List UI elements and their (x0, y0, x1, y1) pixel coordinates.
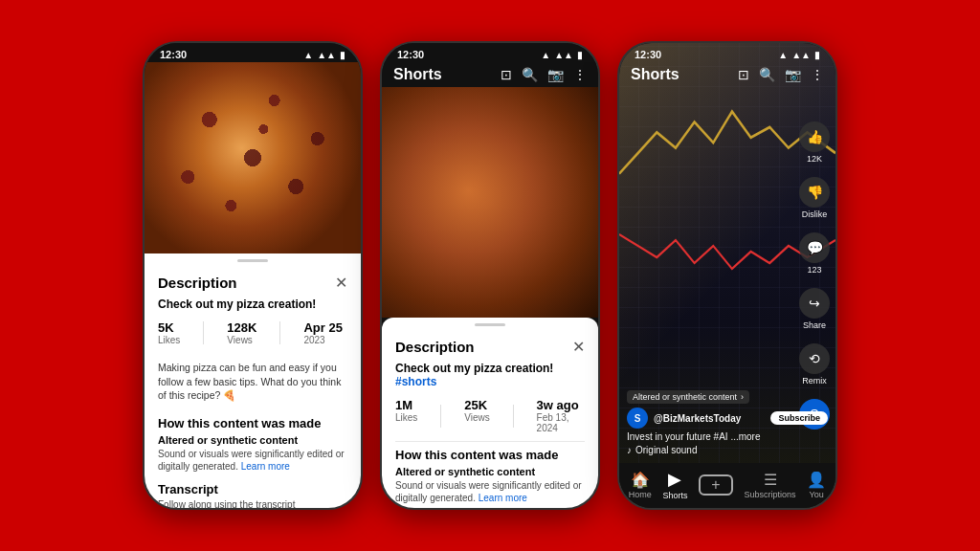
status-time-3: 12:30 (635, 49, 661, 60)
close-button-2[interactable]: ✕ (572, 338, 585, 356)
synthetic-badge-3[interactable]: Altered or synthetic content › (627, 390, 749, 404)
shorts-title-3: Shorts (631, 66, 679, 83)
status-icons-2: ▲ ▲▲ ▮ (541, 50, 583, 60)
channel-row-3: S @BizMarketsToday Subscribe (627, 408, 828, 429)
hashtag-2[interactable]: #shorts (395, 375, 436, 388)
top-bar-3: Shorts ⊡ 🔍 📷 ⋮ (619, 62, 835, 87)
top-bar-icons-2: ⊡ 🔍 📷 ⋮ (501, 67, 587, 82)
nav-shorts[interactable]: ▶ Shorts (662, 469, 687, 500)
stat-label-views-1: Views (227, 335, 253, 345)
desc-subtitle-1: Check out my pizza creation! (145, 296, 361, 317)
status-bar-3: 12:30 ▲ ▲▲ ▮ (619, 43, 835, 62)
altered-text-2: Sound or visuals were significantly edit… (382, 479, 598, 508)
music-note-icon: ♪ (627, 445, 632, 455)
nav-you-label: You (810, 490, 824, 499)
cast-icon-2[interactable]: ⊡ (501, 67, 512, 82)
shorts-title-2: Shorts (393, 66, 442, 83)
status-icons-1: ▲ ▲▲ ▮ (303, 50, 345, 60)
phone-3: 12:30 ▲ ▲▲ ▮ Shorts ⊡ 🔍 📷 ⋮ 👍 12K (617, 41, 837, 510)
description-panel-1: Description ✕ Check out my pizza creatio… (145, 253, 361, 508)
camera-icon-3[interactable]: 📷 (785, 67, 801, 82)
drag-handle-2[interactable] (475, 323, 505, 326)
stat-value-views-1: 128K (227, 320, 256, 335)
battery-icon-2: ▮ (577, 50, 583, 60)
pizza-toppings-1 (145, 62, 361, 253)
create-icon: + (699, 474, 733, 496)
cast-icon-3[interactable]: ⊡ (738, 67, 749, 82)
signal-icon-3: ▲▲ (791, 50, 811, 60)
stat-value-views-2: 25K (464, 398, 487, 412)
wifi-icon-3: ▲ (778, 50, 788, 60)
video-desc-3: Invest in your future #AI ...more (627, 431, 828, 442)
stat-date-1: Apr 25 2023 (303, 320, 342, 345)
status-bar-2: 12:30 ▲ ▲▲ ▮ (382, 43, 598, 62)
nav-home-label: Home (629, 490, 652, 499)
stat-likes-2: 1M Likes (395, 398, 417, 433)
status-bar-1: 12:30 ▲ ▲▲ ▮ (145, 43, 361, 62)
battery-icon-3: ▮ (814, 50, 820, 60)
home-icon: 🏠 (631, 471, 650, 489)
content-made-title-1: How this content was made (145, 410, 361, 432)
bottom-nav-3: 🏠 Home ▶ Shorts + ☰ Subscriptions 👤 You (619, 463, 835, 508)
nav-subs-label: Subscriptions (745, 490, 796, 499)
content-made-title-2: How this content was made (382, 442, 598, 464)
altered-title-2: Altered or synthetic content (382, 464, 598, 479)
music-row-3: ♪ Original sound (627, 445, 828, 455)
bottom-info-overlay: Altered or synthetic content › S @BizMar… (619, 383, 835, 463)
stat-label-views-2: Views (464, 412, 490, 423)
nav-you[interactable]: 👤 You (807, 471, 826, 499)
you-icon: 👤 (807, 471, 826, 489)
altered-title-1: Altered or synthetic content (145, 432, 361, 448)
stat-sep-1a (203, 321, 204, 344)
stat-value-date-2: 3w ago (537, 398, 579, 412)
stat-sep-1b (279, 321, 280, 344)
desc-text-1: Making pizza can be fun and easy if you … (145, 353, 361, 410)
learn-more-link-1[interactable]: Learn more (241, 461, 290, 472)
stat-likes-1: 5K Likes (158, 320, 180, 345)
desc-title-2: Description (395, 339, 475, 355)
phone2-content: Description ✕ Check out my pizza creatio… (382, 87, 598, 508)
more-icon-2[interactable]: ⋮ (573, 67, 587, 82)
phone-2: 12:30 ▲ ▲▲ ▮ Shorts ⊡ 🔍 📷 ⋮ Description … (380, 41, 600, 510)
desc-header-2: Description ✕ (382, 330, 598, 360)
music-label-3: Original sound (635, 445, 697, 455)
status-time-1: 12:30 (160, 49, 187, 60)
phone3-overlay: Altered or synthetic content › S @BizMar… (619, 43, 835, 508)
top-bar-2: Shorts ⊡ 🔍 📷 ⋮ (382, 62, 598, 87)
drag-handle-1[interactable] (237, 259, 268, 262)
pizza-image-2 (382, 87, 598, 318)
stat-label-date-2: Feb 13, 2024 (537, 412, 585, 433)
stat-views-1: 128K Views (227, 320, 256, 345)
desc-title-1: Description (158, 275, 237, 291)
learn-more-link-2[interactable]: Learn more (479, 493, 527, 503)
transcript-title-1: Transcript (145, 476, 361, 498)
channel-name-3: @BizMarketsToday (654, 413, 765, 424)
search-icon-3[interactable]: 🔍 (759, 67, 775, 82)
stat-value-date-1: Apr 25 (303, 320, 342, 335)
stats-row-2: 1M Likes 25K Views 3w ago Feb 13, 2024 (382, 394, 598, 441)
stats-row-1: 5K Likes 128K Views Apr 25 2023 (145, 317, 361, 353)
nav-home[interactable]: 🏠 Home (629, 471, 652, 499)
subscribe-button-3[interactable]: Subscribe (770, 411, 828, 425)
stat-label-likes-2: Likes (395, 412, 417, 423)
phone-1: 12:30 ▲ ▲▲ ▮ Description ✕ Check out my … (143, 41, 363, 510)
more-icon-3[interactable]: ⋮ (811, 67, 824, 82)
channel-avatar-3: S (627, 408, 648, 429)
subscriptions-icon: ☰ (764, 471, 777, 489)
search-icon-2[interactable]: 🔍 (522, 67, 538, 82)
stat-sep-2a (440, 405, 441, 428)
nav-subscriptions[interactable]: ☰ Subscriptions (745, 471, 796, 499)
wifi-icon: ▲ (303, 50, 313, 60)
battery-icon: ▮ (340, 50, 345, 60)
wifi-icon-2: ▲ (541, 50, 550, 60)
status-time-2: 12:30 (397, 49, 424, 60)
phone3-content: 12:30 ▲ ▲▲ ▮ Shorts ⊡ 🔍 📷 ⋮ 👍 12K (619, 43, 835, 508)
status-icons-3: ▲ ▲▲ ▮ (778, 50, 820, 60)
close-button-1[interactable]: ✕ (335, 274, 347, 292)
stat-value-likes-2: 1M (395, 398, 412, 412)
top-bar-icons-3: ⊡ 🔍 📷 ⋮ (738, 67, 824, 82)
stat-sep-2b (513, 405, 514, 428)
altered-text-1: Sound or visuals were significantly edit… (145, 448, 361, 476)
nav-create[interactable]: + (699, 474, 733, 496)
camera-icon-2[interactable]: 📷 (547, 67, 564, 82)
